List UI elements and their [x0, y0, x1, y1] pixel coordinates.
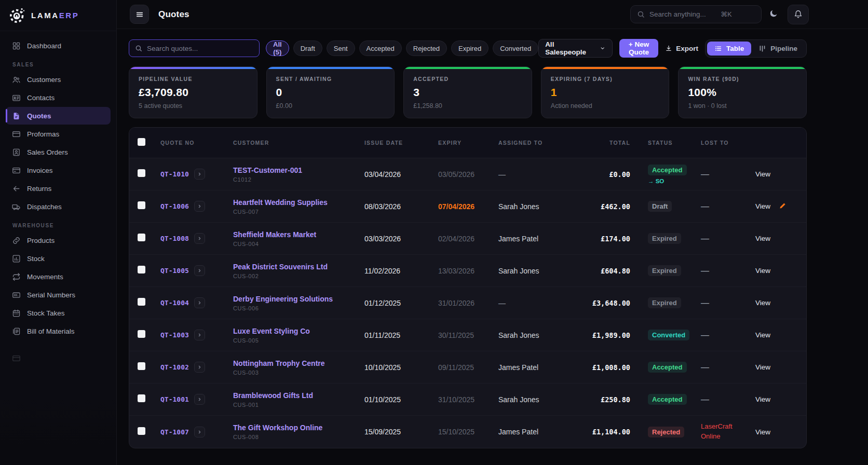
customer-cell: Nottingham Trophy CentreCUS-003	[233, 359, 351, 376]
sidebar-item-label: Customers	[27, 76, 61, 84]
customer-name-link[interactable]: Heartfelt Wedding Supplies	[233, 198, 351, 207]
quote-number-link[interactable]: QT-1001	[160, 395, 189, 403]
expand-row-button[interactable]	[194, 362, 205, 373]
search-icon	[637, 10, 645, 18]
quote-number-link[interactable]: QT-1002	[160, 363, 189, 371]
quote-number-link[interactable]: QT-1010	[160, 170, 189, 178]
row-checkbox[interactable]	[138, 201, 145, 209]
row-checkbox[interactable]	[138, 330, 145, 338]
customer-name-link[interactable]: The Gift Workshop Online	[233, 423, 351, 432]
quote-number-link[interactable]: QT-1003	[160, 331, 189, 339]
quote-search-input[interactable]	[147, 45, 253, 52]
quote-number-link[interactable]: QT-1004	[160, 299, 189, 307]
sidebar-item-serial-numbers[interactable]: Serial Numbers	[6, 286, 111, 304]
filter-chip-accepted[interactable]: Accepted	[359, 40, 402, 56]
expand-row-button[interactable]	[194, 201, 205, 212]
view-link[interactable]: View	[755, 299, 770, 307]
row-checkbox[interactable]	[138, 169, 145, 177]
stat-card-sent-awaiting: SENT / AWAITING0£0.00	[266, 66, 395, 118]
view-link[interactable]: View	[755, 267, 770, 275]
expand-row-button[interactable]	[194, 297, 205, 308]
theme-toggle-button[interactable]	[769, 9, 780, 20]
sidebar-item-returns[interactable]: Returns	[6, 180, 111, 197]
row-checkbox[interactable]	[138, 266, 145, 273]
filter-chip-sent[interactable]: Sent	[327, 40, 355, 56]
view-link[interactable]: View	[755, 331, 770, 339]
customer-name-link[interactable]: Bramblewood Gifts Ltd	[233, 391, 351, 400]
sidebar-item-bill-of-materials[interactable]: Bill of Materials	[6, 322, 111, 340]
sidebar-item-label: Bill of Materials	[27, 327, 75, 335]
row-checkbox[interactable]	[138, 298, 145, 306]
assigned-to: —	[485, 299, 578, 307]
quote-number-link[interactable]: QT-1007	[160, 428, 189, 436]
select-all-checkbox[interactable]	[138, 138, 145, 146]
quote-number-link[interactable]: QT-1005	[160, 267, 189, 275]
status-cell: Accepted	[630, 394, 688, 405]
chevright-icon	[197, 236, 202, 241]
sidebar-item-sales-orders[interactable]: Sales Orders	[6, 143, 111, 161]
expand-row-button[interactable]	[194, 394, 205, 405]
view-link[interactable]: View	[755, 235, 770, 242]
sidebar-item-stock-takes[interactable]: Stock Takes	[6, 304, 111, 322]
new-quote-button[interactable]: + New Quote	[619, 39, 658, 58]
sidebar-item-movements[interactable]: Movements	[6, 268, 111, 285]
view-link[interactable]: View	[755, 170, 770, 178]
view-link[interactable]: View	[755, 202, 770, 210]
global-search-input[interactable]	[649, 10, 716, 18]
stat-card-win-rate-90d: WIN RATE (90D)100%1 won · 0 lost	[678, 66, 807, 118]
quote-number-link[interactable]: QT-1006	[160, 202, 189, 210]
view-toggle-table[interactable]: Table	[707, 42, 751, 56]
sidebar-item-proformas[interactable]: Proformas	[6, 125, 111, 143]
view-link[interactable]: View	[755, 395, 770, 403]
row-checkbox[interactable]	[138, 234, 145, 241]
notifications-button[interactable]	[788, 5, 809, 24]
customer-name-link[interactable]: Sheffield Makers Market	[233, 230, 351, 239]
converted-to-so-link[interactable]: → SO	[648, 178, 688, 184]
sidebar-item-stock[interactable]: Stock	[6, 250, 111, 267]
sidebar-item-customers[interactable]: Customers	[6, 71, 111, 88]
row-checkbox[interactable]	[138, 427, 145, 435]
sidebar-item-products[interactable]: Products	[6, 231, 111, 249]
sidebar-item-invoices[interactable]: Invoices	[6, 161, 111, 179]
sidebar-item-quotes[interactable]: Quotes	[6, 107, 111, 125]
customer-name-link[interactable]: TEST-Customer-001	[233, 166, 351, 174]
row-checkbox[interactable]	[138, 394, 145, 402]
edit-button[interactable]	[779, 202, 788, 211]
sidebar-item-contacts[interactable]: Contacts	[6, 89, 111, 106]
stat-card-body: EXPIRING (7 DAYS)1Action needed	[541, 69, 669, 116]
expand-row-button[interactable]	[194, 427, 205, 437]
sidebar-item-dashboard[interactable]: Dashboard	[6, 37, 111, 54]
customer-cell: Derby Engineering SolutionsCUS-006	[233, 295, 351, 311]
filter-chip-converted[interactable]: Converted	[493, 40, 538, 56]
lost-to-cell: —	[688, 363, 748, 372]
view-link[interactable]: View	[755, 428, 770, 436]
view-link[interactable]: View	[755, 363, 770, 371]
quote-number-link[interactable]: QT-1008	[160, 235, 189, 242]
stat-card-body: WIN RATE (90D)100%1 won · 0 lost	[679, 69, 806, 116]
expand-row-button[interactable]	[194, 233, 205, 244]
salespeople-select[interactable]: All Salespeople	[538, 39, 613, 58]
filter-chip-draft[interactable]: Draft	[293, 40, 322, 56]
sidebar-item-label: Returns	[27, 185, 51, 193]
filter-chip-expired[interactable]: Expired	[451, 40, 489, 56]
menu-button[interactable]	[130, 5, 149, 24]
quote-search[interactable]	[129, 39, 260, 57]
view-toggle-label: Table	[726, 45, 744, 52]
global-search[interactable]: ⌘K	[630, 5, 762, 23]
sidebar-item-dispatches[interactable]: Dispatches	[6, 198, 111, 215]
view-toggle-pipeline[interactable]: Pipeline	[751, 42, 805, 56]
stat-card-accepted: ACCEPTED3£1,258.80	[403, 66, 532, 118]
expand-row-button[interactable]	[194, 265, 205, 276]
row-checkbox[interactable]	[138, 362, 145, 370]
export-button[interactable]: Export	[665, 45, 698, 52]
sidebar-section-label: SALES	[12, 62, 104, 67]
customer-name-link[interactable]: Peak District Souvenirs Ltd	[233, 263, 351, 271]
filter-chip-all-5[interactable]: All (5)	[266, 40, 289, 56]
customer-name-link[interactable]: Luxe Event Styling Co	[233, 327, 351, 335]
row-checkbox-cell	[138, 169, 160, 179]
filter-chip-rejected[interactable]: Rejected	[406, 40, 447, 56]
customer-name-link[interactable]: Nottingham Trophy Centre	[233, 359, 351, 367]
expand-row-button[interactable]	[194, 169, 205, 180]
expand-row-button[interactable]	[194, 330, 205, 340]
customer-name-link[interactable]: Derby Engineering Solutions	[233, 295, 351, 303]
